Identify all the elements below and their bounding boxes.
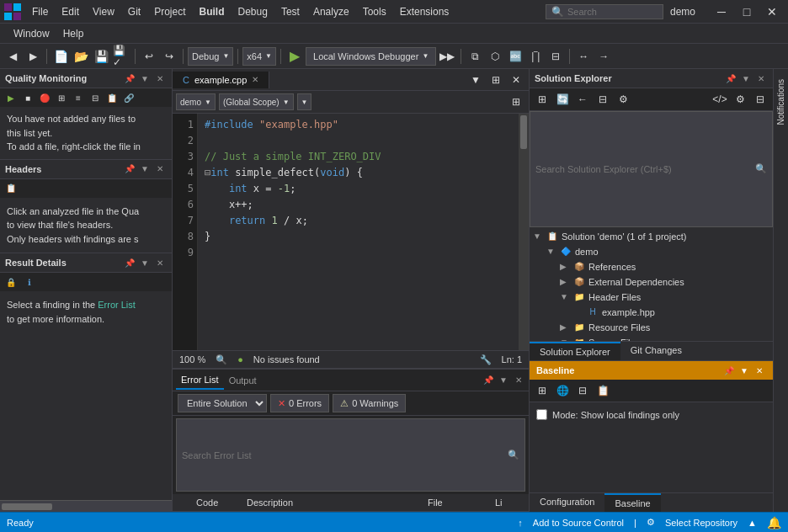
bell-icon[interactable]: 🔔 [767, 516, 781, 529]
tree-item-example-hpp[interactable]: ▶ H example.hpp [530, 305, 773, 320]
baseline-btn2[interactable]: 🌐 [553, 381, 572, 400]
solution-pin-icon[interactable]: 📌 [724, 72, 737, 85]
baseline-btn1[interactable]: ⊞ [533, 381, 551, 400]
qm-btn5[interactable]: ≡ [71, 90, 86, 105]
warnings-button[interactable]: ⚠ 0 Warnings [333, 394, 406, 412]
tree-item-resource-files[interactable]: ▶ 📁 Resource Files [530, 320, 773, 335]
tree-item-header-files[interactable]: ▼ 📁 Header Files [530, 290, 773, 305]
code-content[interactable]: #include "example.hpp" // Just a simple … [198, 114, 519, 350]
solution-search-input[interactable] [535, 164, 755, 174]
scope-dropdown[interactable]: (Global Scope) ▼ [219, 93, 294, 110]
sol-btn8[interactable]: ⊟ [751, 90, 769, 109]
headers-icon-btn[interactable]: 📋 [3, 181, 19, 196]
error-search-input[interactable] [182, 450, 508, 460]
solution-expand-icon[interactable]: ▼ [533, 231, 543, 241]
sol-btn5[interactable]: ⚙ [614, 90, 632, 109]
editor-scrollbar-thumb[interactable] [520, 115, 527, 149]
attach-button[interactable]: ▶▶ [438, 47, 456, 66]
error-filter-dropdown[interactable]: Entire Solution [178, 394, 267, 412]
tree-item-source-files[interactable]: ▼ 📁 Source Files [530, 335, 773, 342]
platform-dropdown[interactable]: x64 ▼ [242, 47, 276, 66]
restore-button[interactable]: □ [734, 3, 759, 20]
headers-close-icon[interactable]: ✕ [153, 162, 167, 176]
headers-dropdown-icon[interactable]: ▼ [138, 162, 152, 176]
errors-button[interactable]: ✕ 0 Errors [270, 394, 329, 412]
sol-btn2[interactable]: 🔄 [553, 90, 572, 109]
sol-btn6[interactable]: </> [711, 90, 729, 109]
demo-expand-icon[interactable]: ▼ [546, 247, 556, 256]
qm-btn2[interactable]: ■ [20, 90, 35, 105]
baseline-btn3[interactable]: ⊟ [573, 381, 592, 400]
menu-edit[interactable]: Edit [55, 4, 86, 19]
menu-tools[interactable]: Tools [356, 4, 393, 19]
solution-close-icon[interactable]: ✕ [754, 72, 768, 85]
sol-btn1[interactable]: ⊞ [533, 90, 551, 109]
menu-file[interactable]: File [25, 4, 55, 19]
res-expand-icon[interactable]: ▶ [560, 322, 570, 332]
tb-btn8[interactable]: ⬡ [486, 47, 504, 66]
left-panel-scrollbar[interactable] [0, 500, 172, 512]
solution-search-bar[interactable]: 🔍 [530, 111, 773, 227]
save-all-button[interactable]: 💾✓ [112, 47, 130, 66]
error-dropdown-icon[interactable]: ▼ [497, 374, 510, 387]
solution-dropdown-icon[interactable]: ▼ [739, 72, 753, 85]
col-description[interactable]: Description [243, 496, 424, 509]
tb-btn10[interactable]: |‾| [526, 47, 545, 66]
start-debug-button[interactable]: ▶ [285, 47, 304, 66]
error-close-icon[interactable]: ✕ [512, 374, 525, 387]
solution-search-icon[interactable]: 🔍 [755, 163, 767, 174]
git-changes-tab[interactable]: Git Changes [620, 342, 692, 360]
tree-item-solution[interactable]: ▼ 📋 Solution 'demo' (1 of 1 project) [530, 229, 773, 244]
qm-btn8[interactable]: 🔗 [121, 90, 136, 105]
tab-close-all-icon[interactable]: ✕ [507, 71, 525, 89]
menu-window[interactable]: Window [7, 26, 56, 41]
baseline-close-icon[interactable]: ✕ [753, 364, 766, 377]
qm-dropdown-icon[interactable]: ▼ [138, 72, 152, 85]
sol-btn4[interactable]: ⊟ [594, 90, 612, 109]
error-list-tab[interactable]: Error List [176, 371, 224, 390]
baseline-mode-checkbox[interactable] [536, 409, 547, 420]
col-file[interactable]: File [424, 496, 492, 509]
solution-explorer-tab[interactable]: Solution Explorer [530, 342, 620, 360]
header-expand-icon[interactable]: ▼ [560, 292, 570, 301]
error-pin-icon[interactable]: 📌 [482, 374, 495, 387]
menu-view[interactable]: View [86, 4, 121, 19]
tab-expand-icon[interactable]: ⊞ [487, 71, 505, 89]
baseline-tab[interactable]: Baseline [604, 493, 660, 512]
new-project-button[interactable]: 📄 [51, 47, 70, 66]
forward-button[interactable]: ▶ [24, 47, 42, 66]
tree-item-demo[interactable]: ▼ 🔷 demo [530, 244, 773, 259]
menu-analyze[interactable]: Analyze [306, 4, 356, 19]
result-dropdown-icon[interactable]: ▼ [138, 256, 152, 269]
baseline-pin-icon[interactable]: 📌 [722, 364, 736, 377]
error-search-bar[interactable]: 🔍 [176, 418, 525, 492]
file-context-dropdown[interactable]: demo ▼ [176, 93, 216, 110]
search-box[interactable]: 🔍 [546, 4, 663, 19]
output-tab[interactable]: Output [224, 372, 262, 389]
tree-item-references[interactable]: ▶ 📦 References [530, 259, 773, 274]
menu-debug[interactable]: Debug [232, 4, 274, 19]
error-search-icon[interactable]: 🔍 [508, 450, 519, 460]
menu-build[interactable]: Build [193, 4, 232, 19]
editor-expand-btn[interactable]: ⊞ [507, 93, 525, 111]
sol-btn3[interactable]: ← [573, 90, 592, 109]
qm-close-icon[interactable]: ✕ [153, 72, 167, 85]
close-button[interactable]: ✕ [759, 3, 785, 20]
tab-menu-icon[interactable]: ▼ [466, 71, 485, 89]
tb-btn13[interactable]: → [594, 47, 613, 66]
refs-expand-icon[interactable]: ▶ [560, 262, 570, 271]
ext-expand-icon[interactable]: ▶ [560, 277, 570, 286]
tab-close-icon[interactable]: ✕ [252, 75, 258, 84]
editor-scrollbar[interactable] [519, 114, 529, 350]
qm-btn4[interactable]: ⊞ [54, 90, 69, 105]
add-to-source-control-label[interactable]: Add to Source Control [533, 518, 624, 528]
menu-test[interactable]: Test [274, 4, 306, 19]
debug-config-dropdown[interactable]: Debug ▼ [188, 47, 233, 66]
member-dropdown[interactable]: ▼ [297, 93, 312, 110]
back-button[interactable]: ◀ [3, 47, 22, 66]
tree-item-external-deps[interactable]: ▶ 📦 External Dependencies [530, 274, 773, 290]
col-line[interactable]: Li [492, 496, 525, 509]
sol-btn7[interactable]: ⚙ [731, 90, 749, 109]
menu-help[interactable]: Help [56, 26, 91, 41]
configuration-tab[interactable]: Configuration [530, 493, 604, 512]
